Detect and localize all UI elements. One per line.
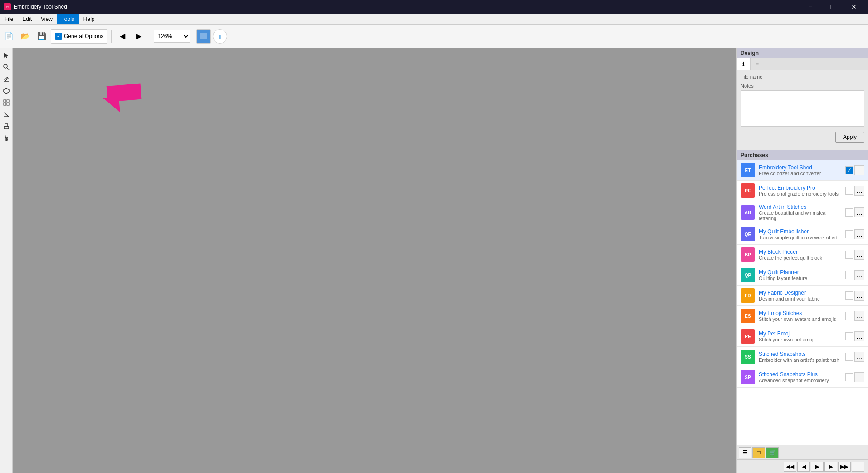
nav-next[interactable]: ▶	[824, 462, 837, 472]
purchase-item[interactable]: PE Perfect Embroidery Pro Professional g…	[737, 181, 868, 201]
purchase-desc: Stitch your own pet emoji	[759, 337, 842, 342]
shape-tool[interactable]	[1, 85, 12, 96]
purchase-more-button[interactable]: …	[854, 250, 864, 260]
right-panel: Design ℹ ≡ File name Notes Apply Purchas…	[736, 48, 868, 473]
general-options-button[interactable]: ✓ General Options	[51, 29, 107, 44]
svg-rect-8	[4, 103, 6, 105]
purchase-item[interactable]: QP My Quilt Planner Quilting layout feat…	[737, 265, 868, 286]
purchase-check[interactable]	[845, 332, 853, 340]
purchase-check[interactable]	[845, 373, 853, 381]
svg-rect-9	[7, 103, 9, 105]
purchase-check[interactable]	[845, 312, 853, 320]
pen-tool[interactable]	[1, 74, 12, 84]
minimize-button[interactable]: −	[800, 0, 821, 14]
svg-line-3	[7, 68, 9, 70]
purchase-info: My Emoji Stitches Stitch your own avatar…	[759, 310, 842, 322]
purchase-more-button[interactable]: …	[854, 311, 864, 321]
purchase-item[interactable]: ES My Emoji Stitches Stitch your own ava…	[737, 306, 868, 326]
purchase-desc: Design and print your fabric	[759, 296, 842, 301]
canvas-area[interactable]	[13, 48, 736, 473]
grid-tool[interactable]	[1, 97, 12, 108]
purchases-list-icon[interactable]: ☰	[739, 447, 751, 458]
info-button[interactable]: i	[213, 29, 227, 44]
purchase-more-button[interactable]: …	[854, 372, 864, 382]
search-tool[interactable]	[1, 62, 12, 73]
purchase-more-button[interactable]: …	[854, 229, 864, 239]
svg-rect-1	[200, 33, 207, 39]
new-button[interactable]: 📄	[2, 29, 16, 44]
nav-first[interactable]: ◀◀	[784, 462, 796, 472]
maximize-button[interactable]: □	[822, 0, 843, 14]
purchase-name: Embroidery Tool Shed	[759, 164, 842, 171]
hand-tool[interactable]	[1, 133, 12, 143]
back-button[interactable]: ◀	[115, 29, 130, 44]
select-tool[interactable]	[1, 50, 12, 61]
title-bar: ✂ Embroidery Tool Shed − □ ✕	[0, 0, 868, 14]
purchase-name: My Emoji Stitches	[759, 310, 842, 316]
purchase-check[interactable]	[845, 187, 853, 195]
purchase-check[interactable]	[845, 208, 853, 217]
purchase-item[interactable]: SS Stitched Snapshots Embroider with an …	[737, 347, 868, 367]
svg-marker-5	[4, 88, 9, 94]
open-button[interactable]: 📂	[18, 29, 33, 44]
purchase-more-button[interactable]: …	[854, 352, 864, 362]
arrow-shape	[101, 82, 156, 124]
purchase-more-button[interactable]: …	[854, 291, 864, 301]
nav-play[interactable]: ▶	[811, 462, 824, 472]
purchases-cart-icon[interactable]: 🛒	[766, 447, 779, 458]
purchase-check[interactable]: ✓	[845, 166, 853, 174]
purchase-more-button[interactable]: …	[854, 165, 864, 175]
purchase-icon: ES	[741, 309, 755, 323]
purchase-check[interactable]	[845, 230, 853, 238]
purchase-item[interactable]: BP My Block Piecer Create the perfect qu…	[737, 245, 868, 265]
purchase-more-button[interactable]: …	[854, 186, 864, 196]
purchase-name: My Pet Emoji	[759, 330, 842, 337]
purchase-item[interactable]: QE My Quilt Embellisher Turn a simple qu…	[737, 224, 868, 245]
menu-view[interactable]: View	[36, 14, 57, 24]
filename-label: File name	[741, 74, 864, 79]
menu-tools[interactable]: Tools	[57, 14, 79, 24]
apply-button[interactable]: Apply	[835, 132, 864, 143]
zoom-select[interactable]: 50% 75% 100% 126% 150% 200%	[154, 30, 190, 43]
forward-button[interactable]: ▶	[132, 29, 146, 44]
purchase-icon: PE	[741, 183, 755, 198]
purchase-item[interactable]: ET Embroidery Tool Shed Free colorizer a…	[737, 160, 868, 181]
purchase-desc: Embroider with an artist's paintbrush	[759, 357, 842, 363]
purchase-more-button[interactable]: …	[854, 331, 864, 341]
purchase-item[interactable]: FD My Fabric Designer Design and print y…	[737, 286, 868, 306]
menu-file[interactable]: File	[0, 14, 18, 24]
design-tab-info[interactable]: ℹ	[737, 58, 751, 70]
notes-textarea[interactable]	[741, 90, 864, 127]
save-button[interactable]: 💾	[34, 29, 49, 44]
purchase-check[interactable]	[845, 291, 853, 300]
angle-tool[interactable]	[1, 109, 12, 120]
purchase-item[interactable]: SP Stitched Snapshots Plus Advanced snap…	[737, 367, 868, 388]
nav-last[interactable]: ▶▶	[838, 462, 851, 472]
purchase-desc: Professional grade embroidery tools	[759, 191, 842, 197]
purchase-check[interactable]	[845, 251, 853, 259]
purchase-more-button[interactable]: …	[854, 207, 864, 217]
menu-help[interactable]: Help	[79, 14, 99, 24]
close-button[interactable]: ✕	[844, 0, 864, 14]
menu-edit[interactable]: Edit	[18, 14, 36, 24]
stamp-tool[interactable]	[1, 121, 12, 132]
purchase-more-button[interactable]: …	[854, 270, 864, 280]
purchases-grid-icon[interactable]: □	[752, 447, 765, 458]
nav-prev[interactable]: ◀	[797, 462, 810, 472]
purchase-item[interactable]: PE My Pet Emoji Stitch your own pet emoj…	[737, 326, 868, 347]
view-button[interactable]	[196, 29, 211, 44]
app-title: Embroidery Tool Shed	[14, 4, 67, 10]
purchase-check[interactable]	[845, 271, 853, 279]
design-tab-list[interactable]: ≡	[751, 58, 764, 70]
purchase-name: My Block Piecer	[759, 249, 842, 255]
nav-more[interactable]: ⋮	[852, 462, 864, 472]
purchase-check[interactable]	[845, 353, 853, 361]
purchase-actions: ✓ …	[845, 165, 864, 175]
purchase-info: Stitched Snapshots Plus Advanced snapsho…	[759, 371, 842, 383]
purchase-actions: …	[845, 270, 864, 280]
purchases-section: Purchases ET Embroidery Tool Shed Free c…	[737, 150, 868, 459]
purchase-desc: Stitch your own avatars and emojis	[759, 316, 842, 322]
purchase-info: My Quilt Planner Quilting layout feature	[759, 269, 842, 281]
purchase-name: My Quilt Embellisher	[759, 228, 842, 235]
purchase-item[interactable]: AB Word Art in Stitches Create beautiful…	[737, 201, 868, 224]
